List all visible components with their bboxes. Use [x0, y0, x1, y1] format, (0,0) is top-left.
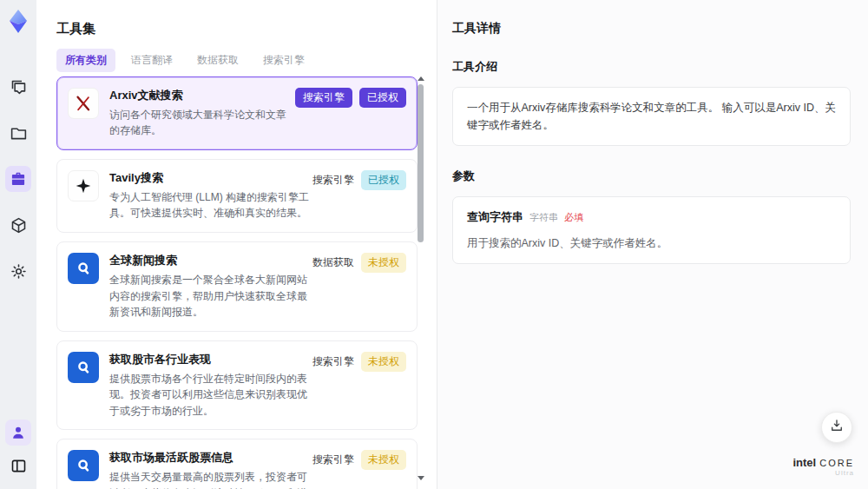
tool-info: Tavily搜索 专为人工智能代理 (LLM) 构建的搜索引擎工具。可快速提供实…	[109, 170, 312, 221]
download-button[interactable]	[821, 412, 852, 443]
page-title: 工具集	[56, 21, 95, 37]
sidebar	[0, 0, 36, 489]
download-icon	[829, 418, 845, 437]
category-label: 搜索引擎	[312, 453, 354, 467]
auth-status-badge: 未授权	[361, 352, 406, 372]
sidebar-nav	[5, 74, 31, 284]
tool-card-most-active-stocks[interactable]: 获取市场最活跃股票信息 提供当天交易量最高的股票列表，投资者可以利用这些信息来识…	[56, 439, 418, 489]
sidebar-item-settings[interactable]	[5, 258, 31, 284]
tool-card-arxiv[interactable]: Arxiv文献搜索 访问各个研究领域大量科学论文和文章的存储库。 搜索引擎 已授…	[56, 76, 418, 150]
news-search-logo-icon	[68, 253, 99, 284]
tool-card-tavily[interactable]: Tavily搜索 专为人工智能代理 (LLM) 构建的搜索引擎工具。可快速提供实…	[56, 159, 418, 233]
stock-tool-logo-icon	[68, 352, 99, 383]
auth-status-badge: 已授权	[361, 170, 406, 190]
parameter-header: 查询字符串 字符串 必填	[467, 208, 836, 227]
tool-info: 全球新闻搜索 全球新闻搜索是一个聚合全球各大新闻网站内容的搜索引擎，帮助用户快速…	[109, 253, 312, 320]
sidebar-item-models[interactable]	[5, 212, 31, 238]
tab-data-acquisition[interactable]: 数据获取	[188, 49, 247, 72]
intel-wordmark: intel	[792, 457, 816, 468]
auth-status-badge: 未授权	[361, 253, 406, 273]
scroll-up-arrow[interactable]	[418, 76, 424, 81]
tool-description: 专为人工智能代理 (LLM) 构建的搜索引擎工具。可快速提供实时、准确和真实的结…	[109, 189, 312, 221]
params-heading: 参数	[452, 169, 851, 184]
parameter-required-flag: 必填	[564, 210, 583, 226]
parameter-name: 查询字符串	[467, 208, 523, 227]
tool-list: Arxiv文献搜索 访问各个研究领域大量科学论文和文章的存储库。 搜索引擎 已授…	[56, 76, 418, 489]
tavily-logo-icon	[68, 170, 99, 202]
category-label: 搜索引擎	[312, 173, 354, 188]
sidebar-bottom	[5, 420, 31, 479]
arxiv-logo-icon	[68, 88, 99, 119]
tool-description: 提供股票市场各个行业在特定时间段内的表现。投资者可以利用这些信息来识别表现优于或…	[109, 371, 312, 420]
app-window: 工具集 所有类别 语言翻译 数据获取 搜索引擎 Arxiv文献搜索 访问各个研究…	[0, 0, 868, 489]
tool-name: Tavily搜索	[109, 170, 312, 187]
tool-info: 获取股市各行业表现 提供股票市场各个行业在特定时间段内的表现。投资者可以利用这些…	[109, 352, 312, 420]
stock-tool-logo-icon	[68, 450, 99, 481]
chat-icon	[10, 78, 28, 96]
ultra-wordmark: Ultra	[792, 470, 854, 477]
tool-card-sector-performance[interactable]: 获取股市各行业表现 提供股票市场各个行业在特定时间段内的表现。投资者可以利用这些…	[56, 340, 418, 431]
category-label: 搜索引擎	[312, 354, 354, 369]
collapse-panel-icon	[10, 457, 28, 475]
intel-core-logo: intel core Ultra	[792, 457, 854, 477]
tool-tags: 搜索引擎 未授权	[312, 352, 406, 372]
scroll-down-arrow[interactable]	[418, 476, 424, 480]
tool-intro-box: 一个用于从Arxiv存储库搜索科学论文和文章的工具。 输入可以是Arxiv ID…	[452, 87, 851, 146]
category-button[interactable]: 搜索引擎	[295, 88, 352, 108]
tab-language-translation[interactable]: 语言翻译	[122, 49, 181, 72]
tab-search-engine[interactable]: 搜索引擎	[254, 49, 313, 72]
app-logo	[5, 8, 31, 36]
sidebar-item-tools[interactable]	[5, 166, 31, 192]
sidebar-item-files[interactable]	[5, 120, 31, 146]
auth-status-badge: 未授权	[361, 450, 406, 470]
tab-all-categories[interactable]: 所有类别	[56, 49, 115, 72]
tool-details-panel: 工具详情 工具介绍 一个用于从Arxiv存储库搜索科学论文和文章的工具。 输入可…	[437, 0, 868, 489]
collapse-panel-button[interactable]	[5, 453, 31, 479]
tool-name: 全球新闻搜索	[109, 253, 312, 269]
category-tabs: 所有类别 语言翻译 数据获取 搜索引擎	[56, 49, 313, 72]
tool-description: 访问各个研究领域大量科学论文和文章的存储库。	[109, 107, 295, 139]
gear-icon	[10, 262, 28, 281]
parameter-type: 字符串	[529, 210, 558, 226]
tool-list-panel: 工具集 所有类别 语言翻译 数据获取 搜索引擎 Arxiv文献搜索 访问各个研究…	[36, 0, 437, 489]
folder-icon	[10, 124, 28, 142]
parameter-description: 用于搜索的Arxiv ID、关键字或作者姓名。	[467, 235, 836, 252]
tool-description: 全球新闻搜索是一个聚合全球各大新闻网站内容的搜索引擎，帮助用户快速获取全球最新资…	[109, 272, 312, 320]
tool-card-global-news[interactable]: 全球新闻搜索 全球新闻搜索是一个聚合全球各大新闻网站内容的搜索引擎，帮助用户快速…	[56, 241, 418, 332]
tool-info: Arxiv文献搜索 访问各个研究领域大量科学论文和文章的存储库。	[109, 88, 295, 139]
scrollbar[interactable]	[417, 76, 424, 480]
tool-tags: 搜索引擎 未授权	[312, 450, 406, 470]
parameter-card: 查询字符串 字符串 必填 用于搜索的Arxiv ID、关键字或作者姓名。	[452, 196, 851, 264]
tool-name: Arxiv文献搜索	[109, 88, 295, 104]
auth-status-button[interactable]: 已授权	[359, 88, 406, 108]
tool-tags: 数据获取 未授权	[312, 253, 406, 273]
tool-info: 获取市场最活跃股票信息 提供当天交易量最高的股票列表，投资者可以利用这些信息来识…	[109, 450, 312, 489]
tool-description: 提供当天交易量最高的股票列表，投资者可以利用这些信息来识别流动性强的股票和潜在的…	[109, 469, 312, 489]
user-icon	[10, 424, 27, 441]
tool-name: 获取市场最活跃股票信息	[109, 450, 312, 466]
tool-tags: 搜索引擎 已授权	[312, 170, 406, 190]
sidebar-item-chat[interactable]	[5, 74, 31, 100]
category-label: 数据获取	[312, 255, 354, 270]
intro-heading: 工具介绍	[452, 59, 851, 75]
tool-name: 获取股市各行业表现	[109, 352, 312, 368]
tool-tags: 搜索引擎 已授权	[295, 88, 406, 108]
toolbox-icon	[10, 170, 27, 188]
cube-icon	[10, 216, 28, 235]
scrollbar-thumb[interactable]	[418, 84, 424, 242]
sidebar-item-account[interactable]	[5, 420, 31, 446]
details-title: 工具详情	[452, 21, 851, 36]
core-wordmark: core	[819, 459, 854, 468]
